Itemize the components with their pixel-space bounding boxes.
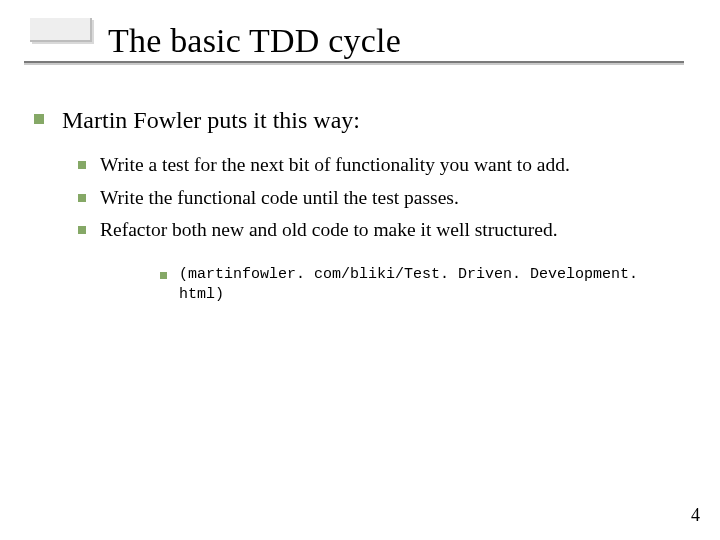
title-area: The basic TDD cycle bbox=[0, 0, 720, 60]
level2-text: Write a test for the next bit of functio… bbox=[100, 152, 570, 178]
square-bullet-icon bbox=[34, 114, 44, 124]
level1-text: Martin Fowler puts it this way: bbox=[62, 104, 360, 136]
bullet-level2: Write the functional code until the test… bbox=[78, 185, 686, 211]
underline-line bbox=[24, 61, 684, 63]
bullet-level3: (martinfowler. com/bliki/Test. Driven. D… bbox=[160, 265, 686, 304]
content-area: Martin Fowler puts it this way: Write a … bbox=[0, 60, 720, 304]
page-number: 4 bbox=[691, 505, 700, 526]
level2-text: Write the functional code until the test… bbox=[100, 185, 459, 211]
bullet-level2: Write a test for the next bit of functio… bbox=[78, 152, 686, 178]
slide-title: The basic TDD cycle bbox=[108, 22, 720, 60]
level2-text: Refactor both new and old code to make i… bbox=[100, 217, 558, 243]
square-bullet-icon bbox=[78, 194, 86, 202]
slide: The basic TDD cycle Martin Fowler puts i… bbox=[0, 0, 720, 540]
level3-text: (martinfowler. com/bliki/Test. Driven. D… bbox=[179, 265, 686, 304]
square-bullet-icon bbox=[78, 161, 86, 169]
level3-group: (martinfowler. com/bliki/Test. Driven. D… bbox=[34, 265, 686, 304]
underline-shadow bbox=[24, 63, 684, 65]
bullet-level2: Refactor both new and old code to make i… bbox=[78, 217, 686, 243]
square-bullet-icon bbox=[160, 272, 167, 279]
square-bullet-icon bbox=[78, 226, 86, 234]
title-underline bbox=[24, 60, 684, 66]
bullet-level1: Martin Fowler puts it this way: bbox=[34, 104, 686, 136]
level2-group: Write a test for the next bit of functio… bbox=[34, 152, 686, 243]
